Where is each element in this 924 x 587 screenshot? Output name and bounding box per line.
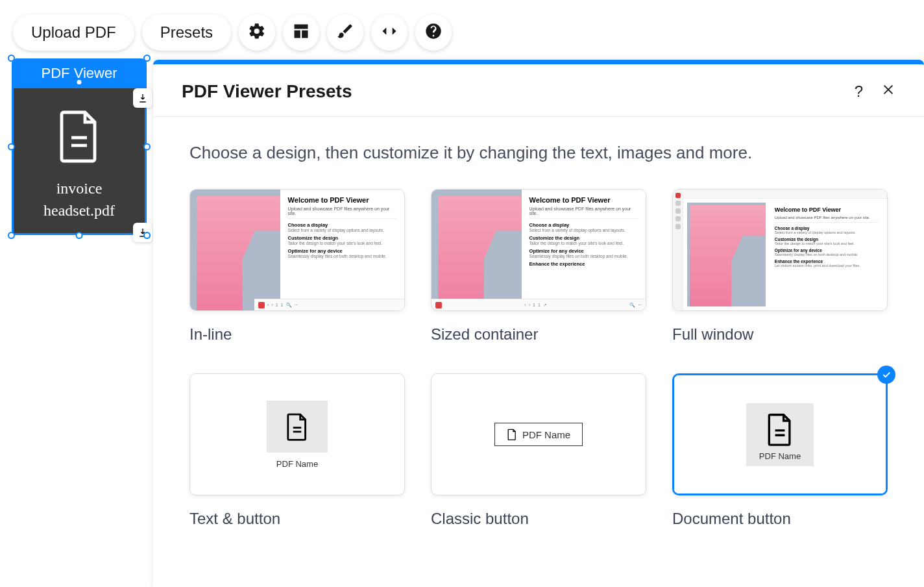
thumb-sec: Enhance the experience	[529, 261, 638, 267]
layout-button[interactable]	[283, 14, 319, 51]
preset-thumb: PDF Name	[672, 373, 888, 495]
selection-handle[interactable]	[8, 232, 15, 239]
layout-icon	[292, 22, 310, 43]
thumb-pdf-name: PDF Name	[276, 459, 318, 469]
upload-pdf-button[interactable]: Upload PDF	[13, 14, 134, 51]
help-button[interactable]	[415, 14, 452, 51]
panel-title: PDF Viewer Presets	[182, 81, 352, 102]
thumb-txt: Tailor the design to match your site's l…	[529, 241, 638, 245]
thumb-sub: Upload and showcase PDF files anywhere o…	[288, 206, 396, 219]
preset-full[interactable]: Welcome to PDF Viewer Upload and showcas…	[672, 189, 888, 343]
preset-text-button[interactable]: PDF Name Text & button	[189, 373, 405, 528]
pdf-viewer-widget[interactable]: PDF Viewer invoice headset.pdf	[12, 58, 147, 235]
preset-label: Sized container	[431, 325, 646, 343]
thumb-title: Welcome to PDF Viewer	[775, 206, 879, 213]
preset-label: In-line	[189, 325, 405, 343]
stretch-button[interactable]	[371, 14, 407, 51]
thumb-txt: Select from a variety of display options…	[529, 228, 638, 232]
thumb-txt: Seamlessly display files on both desktop…	[288, 254, 396, 258]
settings-button[interactable]	[239, 14, 275, 51]
thumb-txt: Tailor the design to match your site's l…	[288, 241, 396, 245]
thumb-sec: Optimize for any device	[288, 248, 396, 254]
panel-header: PDF Viewer Presets ?	[153, 64, 924, 117]
thumb-txt: Seamlessly display files on both desktop…	[775, 253, 879, 256]
thumb-pdf-name: PDF Name	[759, 451, 801, 461]
thumb-sec: Customize the design	[288, 235, 396, 241]
preset-thumb: Welcome to PDF Viewer Upload and showcas…	[431, 189, 646, 311]
preset-classic-button[interactable]: PDF Name Classic button	[431, 373, 646, 528]
design-button[interactable]	[327, 14, 363, 51]
preset-thumb: PDF Name	[431, 373, 646, 495]
selection-handle[interactable]	[143, 55, 151, 62]
thumb-sec: Optimize for any device	[775, 248, 879, 253]
thumb-title: Welcome to PDF Viewer	[288, 196, 396, 204]
thumb-pdf-name: PDF Name	[522, 429, 570, 440]
selection-handle[interactable]	[76, 232, 83, 239]
gear-icon	[248, 22, 266, 43]
thumb-txt: Select from a variety of display options…	[288, 228, 396, 232]
thumb-sec: Choose a display	[529, 222, 638, 228]
preset-thumb: Welcome to PDF Viewer Upload and showcas…	[189, 189, 405, 311]
help-icon	[424, 22, 443, 43]
thumb-title: Welcome to PDF Viewer	[529, 196, 638, 204]
preset-label: Full window	[672, 325, 888, 343]
preset-label: Document button	[672, 510, 888, 528]
file-icon	[56, 108, 103, 166]
panel-help-button[interactable]: ?	[855, 82, 863, 101]
toolbar: Upload PDF Presets	[13, 14, 452, 51]
preset-label: Text & button	[189, 510, 405, 528]
preset-sized[interactable]: Welcome to PDF Viewer Upload and showcas…	[431, 189, 646, 343]
filename-line1: invoice	[56, 180, 103, 197]
panel-body: Choose a design, then customize it by ch…	[153, 117, 924, 554]
preset-inline[interactable]: Welcome to PDF Viewer Upload and showcas…	[189, 189, 405, 343]
preset-document-button[interactable]: PDF Name Document button	[672, 373, 888, 528]
thumb-sub: Upload and showcase PDF files anywhere o…	[775, 216, 879, 223]
filename-line2: headset.pdf	[43, 202, 115, 219]
selected-check-icon	[877, 366, 895, 384]
preset-thumb: Welcome to PDF Viewer Upload and showcas…	[672, 189, 888, 311]
thumb-sec: Enhance the experience	[775, 259, 879, 264]
thumb-sub: Upload and showcase PDF files anywhere o…	[529, 206, 638, 219]
panel-close-button[interactable]	[881, 82, 895, 101]
thumb-sec: Choose a display	[775, 226, 879, 231]
thumb-sec: Choose a display	[288, 222, 396, 228]
thumb-txt: Let visitors access links, print and dow…	[775, 264, 879, 268]
presets-button[interactable]: Presets	[142, 14, 231, 51]
widget-body: invoice headset.pdf	[12, 88, 147, 235]
thumb-sec: Customize the design	[775, 237, 879, 242]
panel-description: Choose a design, then customize it by ch…	[189, 143, 888, 163]
presets-panel: PDF Viewer Presets ? Choose a design, th…	[153, 60, 924, 587]
selection-handle[interactable]	[76, 79, 83, 86]
thumb-sec: Optimize for any device	[529, 248, 638, 254]
preset-thumb: PDF Name	[189, 373, 405, 495]
thumb-txt: Seamlessly display files on both desktop…	[529, 254, 638, 258]
selection-handle[interactable]	[8, 55, 15, 62]
preset-grid: Welcome to PDF Viewer Upload and showcas…	[189, 189, 888, 528]
brush-icon	[336, 22, 354, 43]
preset-label: Classic button	[431, 510, 646, 528]
selection-handle[interactable]	[143, 144, 151, 151]
download-badge-top[interactable]	[133, 88, 152, 108]
thumb-txt: Tailor the design to match your site's l…	[775, 242, 879, 245]
widget-filename: invoice headset.pdf	[43, 178, 115, 221]
thumb-sec: Customize the design	[529, 235, 638, 241]
selection-handle[interactable]	[8, 144, 15, 151]
arrows-horizontal-icon	[380, 22, 398, 43]
thumb-txt: Select from a variety of display options…	[775, 231, 879, 234]
